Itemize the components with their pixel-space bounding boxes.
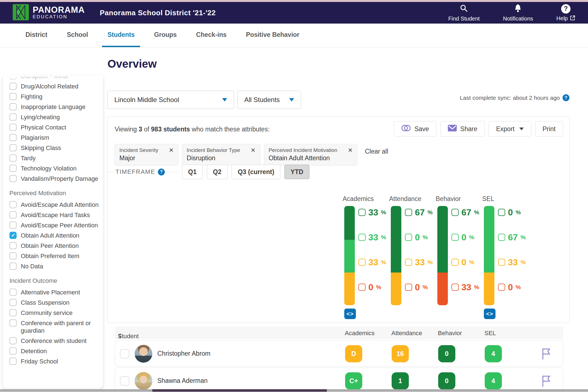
save-button[interactable]: Save bbox=[394, 121, 436, 137]
tab-district[interactable]: District bbox=[20, 24, 53, 47]
checkbox[interactable] bbox=[9, 113, 17, 121]
filter-option-fighting[interactable]: Fighting bbox=[9, 93, 100, 100]
tab-students[interactable]: Students bbox=[102, 24, 140, 47]
sync-help-icon[interactable]: ? bbox=[563, 94, 569, 101]
remove-chip-icon[interactable]: ✕ bbox=[166, 147, 174, 154]
stat-checkbox[interactable] bbox=[498, 259, 505, 266]
checkbox[interactable] bbox=[9, 299, 17, 306]
flag-icon[interactable] bbox=[542, 375, 551, 388]
remove-chip-icon[interactable]: ✕ bbox=[345, 147, 353, 154]
behavior-badge[interactable]: 0 bbox=[438, 372, 455, 390]
timeframe-q1-button[interactable]: Q1 bbox=[182, 165, 203, 179]
remove-chip-icon[interactable]: ✕ bbox=[248, 147, 256, 154]
checkbox[interactable] bbox=[9, 347, 17, 355]
table-row[interactable]: Christopher Abrom D 16 0 4 bbox=[115, 340, 563, 366]
student-name[interactable]: Shawna Aderman bbox=[157, 377, 208, 385]
code-toggle-button[interactable]: <> bbox=[484, 309, 495, 319]
filter-option-obtain-adult-attention[interactable]: Obtain Adult Attention bbox=[9, 231, 100, 239]
filter-option-alternative-placement[interactable]: Alternative Placement bbox=[9, 288, 100, 296]
horizontal-scrollbar[interactable] bbox=[0, 389, 588, 392]
filter-option-obtain-preferred-item[interactable]: Obtain Preferred Item bbox=[9, 252, 100, 260]
checkbox[interactable] bbox=[9, 211, 17, 218]
tab-school[interactable]: School bbox=[61, 24, 94, 47]
filter-chip-incident-behavior-type[interactable]: Incident Behavior Type ✕ Disruption bbox=[182, 144, 260, 166]
stat-checkbox[interactable] bbox=[451, 284, 459, 291]
filter-option-skipping-class[interactable]: Skipping Class bbox=[9, 144, 100, 152]
checkbox[interactable] bbox=[9, 201, 17, 208]
clear-all-link[interactable]: Clear all bbox=[365, 148, 388, 155]
flag-icon[interactable] bbox=[542, 348, 551, 361]
tab-groups[interactable]: Groups bbox=[148, 24, 182, 47]
student-name[interactable]: Christopher Abrom bbox=[157, 350, 210, 357]
checkbox[interactable] bbox=[9, 222, 17, 229]
checkbox[interactable] bbox=[9, 309, 17, 316]
filter-option-conference-student[interactable]: Conference with student bbox=[9, 337, 100, 345]
row-checkbox[interactable] bbox=[120, 349, 129, 358]
filter-option-avoid-adult-attention[interactable]: Avoid/Escape Adult Attention bbox=[9, 201, 100, 208]
row-checkbox[interactable] bbox=[120, 376, 129, 386]
filter-option-avoid-peer-attention[interactable]: Avoid/Escape Peer Attention bbox=[9, 221, 100, 229]
filter-option-technology-violation[interactable]: Technology Violation bbox=[9, 164, 100, 172]
stat-checkbox[interactable] bbox=[405, 234, 412, 241]
stat-checkbox[interactable] bbox=[358, 259, 366, 266]
filter-option-lying-cheating[interactable]: Lying/cheating bbox=[9, 113, 100, 121]
checkbox[interactable] bbox=[9, 103, 17, 110]
academics-badge[interactable]: D bbox=[345, 345, 362, 362]
stat-checkbox[interactable] bbox=[358, 284, 366, 291]
checkbox[interactable] bbox=[9, 144, 17, 151]
attendance-badge[interactable]: 1 bbox=[392, 372, 409, 390]
notifications-button[interactable]: Notifications bbox=[503, 4, 533, 22]
help-button[interactable]: ? Help bbox=[556, 4, 575, 22]
checkbox[interactable] bbox=[9, 93, 17, 100]
filter-option-inappropriate-language[interactable]: Inappropriate Language bbox=[9, 103, 100, 111]
stat-checkbox[interactable] bbox=[405, 284, 412, 291]
filter-option-vandalism[interactable]: Vandalism/Property Damage bbox=[9, 175, 100, 182]
filter-chip-incident-severity[interactable]: Incident Severity ✕ Major bbox=[115, 144, 178, 166]
print-button[interactable]: Print bbox=[535, 121, 563, 137]
filter-option-community-service[interactable]: Community service bbox=[9, 309, 100, 317]
filter-option-conference-parent[interactable]: Conference with parent or guardian bbox=[9, 319, 100, 334]
timeframe-help-icon[interactable]: ? bbox=[158, 169, 165, 175]
checkbox-checked[interactable] bbox=[9, 232, 17, 239]
checkbox[interactable] bbox=[9, 263, 17, 270]
checkbox[interactable] bbox=[9, 124, 17, 131]
filter-option-obtain-peer-attention[interactable]: Obtain Peer Attention bbox=[9, 242, 100, 250]
filter-option-friday-school[interactable]: Friday School bbox=[9, 357, 100, 365]
table-row[interactable]: Shawna Aderman C+ 1 0 4 bbox=[115, 368, 563, 392]
find-student-button[interactable]: Find Student bbox=[448, 4, 480, 22]
sel-badge[interactable]: 4 bbox=[485, 372, 502, 390]
stat-checkbox[interactable] bbox=[451, 259, 459, 266]
checkbox[interactable] bbox=[9, 289, 17, 296]
stat-checkbox[interactable] bbox=[405, 259, 412, 266]
stat-checkbox[interactable] bbox=[451, 209, 459, 216]
checkbox[interactable] bbox=[9, 175, 17, 182]
checkbox[interactable] bbox=[9, 165, 17, 172]
checkbox[interactable] bbox=[9, 319, 17, 327]
stat-checkbox[interactable] bbox=[498, 234, 505, 241]
stat-checkbox[interactable] bbox=[451, 234, 459, 241]
checkbox[interactable] bbox=[9, 134, 17, 141]
school-dropdown[interactable]: Lincoln Middle School bbox=[107, 91, 234, 109]
stat-checkbox[interactable] bbox=[498, 209, 505, 216]
filter-option-class-suspension[interactable]: Class Suspension bbox=[9, 299, 100, 306]
behavior-badge[interactable]: 0 bbox=[438, 345, 455, 362]
filter-option-no-data[interactable]: No Data bbox=[9, 262, 100, 270]
stat-checkbox[interactable] bbox=[498, 284, 505, 291]
filter-chip-perceived-motivation[interactable]: Perceived Incident Motivation ✕ Obtain A… bbox=[264, 144, 358, 166]
checkbox[interactable] bbox=[9, 337, 17, 344]
timeframe-ytd-button[interactable]: YTD bbox=[284, 165, 309, 179]
scrollbar-thumb[interactable] bbox=[152, 389, 327, 392]
filter-option-tardy[interactable]: Tardy bbox=[9, 154, 100, 162]
panorama-logo[interactable]: PANORAMA EDUCATION bbox=[13, 4, 85, 21]
filter-option-avoid-hard-tasks[interactable]: Avoid/Escape Hard Tasks bbox=[9, 211, 100, 219]
tab-positive-behavior[interactable]: Positive Behavior bbox=[240, 24, 305, 47]
tab-check-ins[interactable]: Check-ins bbox=[191, 24, 232, 47]
timeframe-q3-button[interactable]: Q3 (current) bbox=[232, 165, 280, 179]
stat-checkbox[interactable] bbox=[358, 209, 366, 216]
attendance-badge[interactable]: 16 bbox=[392, 345, 409, 362]
share-button[interactable]: Share bbox=[440, 121, 485, 137]
timeframe-q2-button[interactable]: Q2 bbox=[207, 165, 228, 179]
filter-option-drug-alcohol[interactable]: Drug/Alcohol Related bbox=[9, 82, 100, 90]
checkbox[interactable] bbox=[9, 83, 17, 90]
population-dropdown[interactable]: All Students bbox=[237, 91, 301, 109]
